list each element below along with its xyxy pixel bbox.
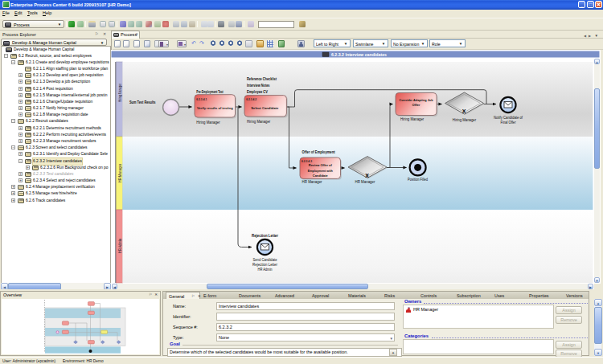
svg-text:Pre-Employment Test: Pre-Employment Test xyxy=(196,90,224,94)
svg-text:Send Candidate: Send Candidate xyxy=(253,258,277,262)
svg-text:Hiring Manager: Hiring Manager xyxy=(118,84,122,102)
svg-text:6.2.3.4.1: 6.2.3.4.1 xyxy=(196,97,207,101)
svg-text:Hiring Manager: Hiring Manager xyxy=(453,118,477,122)
svg-text:Rejection Letter: Rejection Letter xyxy=(252,234,278,238)
svg-text:Offer of Employment: Offer of Employment xyxy=(302,150,335,154)
svg-text:Hiring Manager: Hiring Manager xyxy=(247,120,271,124)
svg-text:6.2.3.2 Interview candidates: 6.2.3.2 Interview candidates xyxy=(331,52,387,57)
svg-text:Hiring Manager: Hiring Manager xyxy=(400,117,425,121)
svg-text:Review Offer of: Review Offer of xyxy=(309,163,332,167)
svg-text:6.2.3.4.2: 6.2.3.4.2 xyxy=(246,97,256,101)
svg-text:Rejection Letter: Rejection Letter xyxy=(252,263,277,267)
svg-text:Consider Adapting Job: Consider Adapting Job xyxy=(400,98,433,102)
svg-text:HR Manager: HR Manager xyxy=(355,180,375,184)
svg-text:Position Filled: Position Filled xyxy=(408,178,428,182)
svg-text:Sum Test Results: Sum Test Results xyxy=(129,100,156,104)
svg-text:HR Manager: HR Manager xyxy=(302,180,322,184)
svg-text:HR Admin: HR Admin xyxy=(118,239,122,253)
svg-text:X: X xyxy=(462,108,466,114)
svg-text:Notify Candidate of: Notify Candidate of xyxy=(494,116,523,120)
svg-text:Hiring Manager: Hiring Manager xyxy=(196,121,220,125)
svg-text:Interview Notes: Interview Notes xyxy=(247,84,270,88)
svg-text:Employment with: Employment with xyxy=(308,169,333,173)
svg-text:Employee CV: Employee CV xyxy=(247,90,269,94)
svg-text:Verify results of testing: Verify results of testing xyxy=(197,106,233,110)
svg-text:Reference Checklist: Reference Checklist xyxy=(247,77,277,81)
svg-text:Select Candidate: Select Candidate xyxy=(251,106,279,110)
svg-text:HR Manager: HR Manager xyxy=(118,164,122,182)
svg-text:Final Offer: Final Offer xyxy=(501,121,516,125)
svg-text:X: X xyxy=(365,173,369,178)
svg-text:HR Admin: HR Admin xyxy=(258,268,273,272)
svg-text:Offer: Offer xyxy=(412,103,420,107)
svg-text:Candidate: Candidate xyxy=(313,174,328,178)
